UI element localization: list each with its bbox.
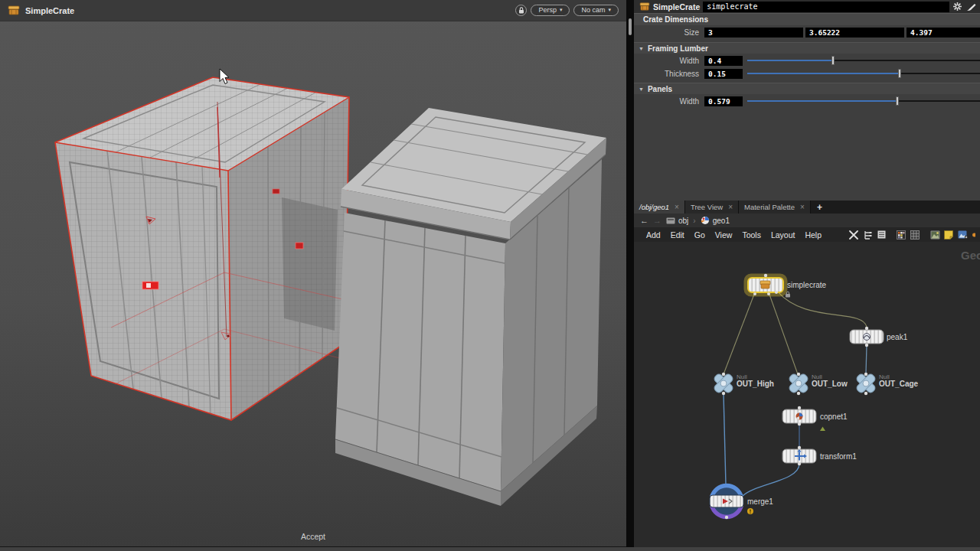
forward-arrow-icon[interactable]: → — [653, 217, 662, 225]
size-y-field[interactable]: 3.65222 — [805, 28, 904, 37]
chevron-down-icon: ▾ — [560, 7, 563, 13]
slider-handle[interactable] — [896, 96, 899, 106]
framing-width-slider[interactable] — [747, 55, 980, 66]
crate-left-selected[interactable] — [55, 77, 349, 420]
network-canvas[interactable]: Geo — [634, 242, 980, 551]
collapse-triangle-icon: ▼ — [639, 46, 644, 51]
param-row-framing-width: Width 0.4 — [634, 54, 980, 67]
viewport-lock-icon[interactable] — [515, 5, 527, 16]
camera-projection-button[interactable]: Persp ▾ — [531, 5, 570, 16]
parameter-header: SimpleCrate — [634, 0, 980, 13]
section-crate-dimensions: Crate Dimensions — [634, 13, 980, 25]
node-out-high[interactable]: Null OUT_High — [713, 373, 774, 395]
app-window: SimpleCrate Persp ▾ No cam ▾ — [0, 0, 980, 551]
viewport-topbar: SimpleCrate Persp ▾ No cam ▾ — [0, 0, 626, 21]
gear-icon[interactable] — [952, 1, 963, 12]
note-icon[interactable] — [943, 230, 954, 240]
param-row-framing-thickness: Thickness 0.15 — [634, 67, 980, 80]
brush-icon[interactable] — [965, 1, 977, 12]
svg-text:peak1: peak1 — [887, 333, 908, 341]
node-out-low[interactable]: Null OUT_Low — [788, 373, 848, 395]
menu-edit[interactable]: Edit — [671, 230, 693, 240]
network-type-watermark: Geo — [961, 249, 980, 262]
param-row-size: Size 3 3.65222 4.397 — [634, 25, 980, 39]
tree-icon[interactable] — [862, 230, 873, 240]
right-panel-column: SimpleCrate Crate D — [634, 0, 980, 551]
menu-add[interactable]: Add — [646, 230, 669, 240]
param-row-panels-width: Width 0.579 — [634, 94, 980, 108]
crate-icon — [639, 2, 650, 11]
close-icon[interactable]: × — [675, 203, 679, 211]
collapse-triangle-icon: ▼ — [639, 86, 644, 92]
palette-icon[interactable] — [971, 230, 975, 240]
framing-width-field[interactable]: 0.4 — [704, 56, 743, 66]
image-icon[interactable] — [929, 230, 940, 240]
svg-text:OUT_High: OUT_High — [737, 380, 774, 388]
accept-button[interactable]: Accept — [0, 532, 626, 541]
parameter-editor: SimpleCrate Crate D — [634, 0, 980, 201]
tab-obj-geo1[interactable]: /obj/geo1 × — [634, 201, 685, 214]
viewport-title: SimpleCrate — [25, 6, 74, 15]
node-peak1[interactable]: peak1 — [850, 327, 908, 347]
node-name-input[interactable] — [703, 2, 949, 12]
slider-handle[interactable] — [831, 56, 835, 65]
node-out-cage[interactable]: Null OUT_Cage — [855, 373, 918, 395]
crate-icon — [8, 5, 20, 15]
pane-divider-handle[interactable] — [629, 18, 632, 35]
panels-width-field[interactable]: 0.579 — [704, 96, 743, 106]
geometry-icon — [701, 216, 710, 225]
image-add-icon[interactable] — [957, 230, 968, 240]
breadcrumb-obj[interactable]: obj — [666, 217, 688, 225]
node-simplecrate[interactable]: simplecrate — [746, 274, 827, 298]
tab-material-palette[interactable]: Material Palette × — [739, 201, 811, 214]
viewport-scene[interactable] — [0, 0, 626, 546]
node-transform1[interactable]: transform1 — [782, 446, 857, 465]
size-z-field[interactable]: 4.397 — [906, 28, 980, 37]
svg-text:transform1: transform1 — [820, 452, 857, 461]
node-merge1[interactable]: merge1 — [710, 485, 773, 519]
grid-icon[interactable] — [910, 230, 920, 240]
svg-text:OUT_Low: OUT_Low — [812, 380, 848, 388]
param-label: Size — [634, 28, 704, 37]
section-panels[interactable]: ▼ Panels — [634, 83, 980, 94]
pane-divider[interactable] — [626, 0, 634, 551]
warning-triangle-badge — [820, 427, 825, 432]
close-icon[interactable]: × — [800, 203, 805, 211]
node-copnet1[interactable]: copnet1 — [782, 406, 848, 431]
back-arrow-icon[interactable]: ← — [640, 217, 648, 225]
breadcrumb-geo1[interactable]: geo1 — [701, 216, 730, 225]
section-framing-lumber[interactable]: ▼ Framing Lumber — [634, 42, 980, 54]
node-type-label: SimpleCrate — [653, 2, 700, 11]
viewport-3d[interactable]: SimpleCrate Persp ▾ No cam ▾ — [0, 0, 626, 546]
info-badge — [747, 508, 753, 514]
size-x-field[interactable]: 3 — [704, 28, 803, 37]
chevron-down-icon: ▾ — [608, 7, 611, 13]
menu-layout[interactable]: Layout — [771, 230, 804, 240]
svg-text:merge1: merge1 — [747, 497, 773, 506]
slider-handle[interactable] — [898, 69, 901, 78]
network-editor: /obj/geo1 × Tree View × Material Palette… — [634, 201, 980, 551]
svg-text:simplecrate: simplecrate — [787, 281, 827, 289]
menu-go[interactable]: Go — [694, 230, 714, 240]
menu-help[interactable]: Help — [805, 230, 830, 240]
svg-text:copnet1: copnet1 — [820, 412, 848, 421]
svg-text:OUT_Cage: OUT_Cage — [879, 380, 919, 388]
obj-icon — [666, 217, 675, 224]
tools-icon[interactable] — [848, 230, 859, 240]
close-icon[interactable]: × — [728, 203, 733, 211]
new-tab-button[interactable]: + — [811, 201, 828, 214]
grid-colored-icon[interactable] — [896, 230, 906, 240]
crate-right[interactable] — [335, 108, 606, 506]
framing-thickness-slider[interactable] — [747, 68, 980, 79]
network-path-bar: ← → obj › geo1 — [634, 214, 980, 227]
pane-tab-bar: /obj/geo1 × Tree View × Material Palette… — [634, 201, 980, 214]
menu-view[interactable]: View — [715, 230, 741, 240]
breadcrumb-separator: › — [693, 217, 695, 225]
tab-tree-view[interactable]: Tree View × — [685, 201, 739, 214]
list-icon[interactable] — [876, 230, 887, 240]
network-menu-bar: Add Edit Go View Tools Layout Help — [634, 227, 980, 242]
camera-select-button[interactable]: No cam ▾ — [573, 5, 619, 16]
panels-width-slider[interactable] — [747, 96, 980, 106]
framing-thickness-field[interactable]: 0.15 — [704, 69, 743, 79]
menu-tools[interactable]: Tools — [742, 230, 769, 240]
